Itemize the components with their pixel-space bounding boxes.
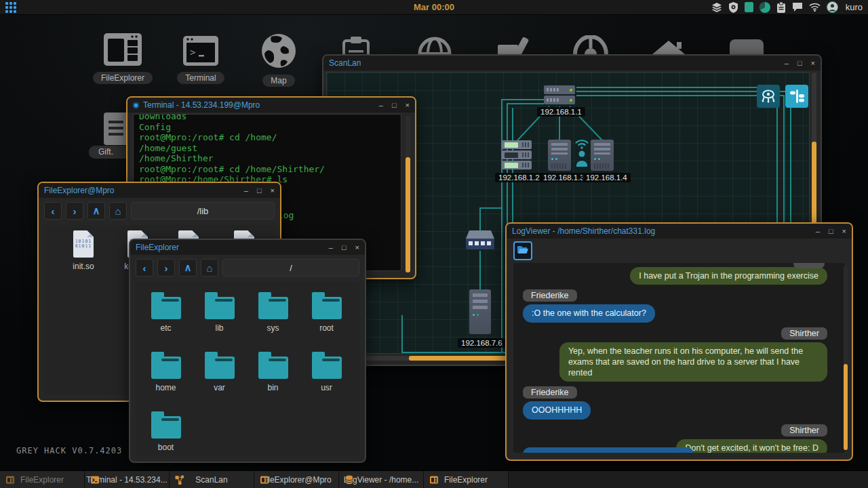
logviewer-scroll-thumb[interactable]: [844, 364, 848, 450]
network-node-switch[interactable]: [466, 230, 494, 251]
network-node-server[interactable]: [469, 289, 491, 334]
window-title: LogViewer - /home/Shirther/chat331.log: [512, 226, 655, 236]
home-button[interactable]: ⌂: [109, 202, 127, 220]
terminal-line: Config: [139, 122, 395, 133]
desktop: Mar 00:00 kuro FileExplorer > Terminal M…: [0, 0, 868, 488]
open-file-button[interactable]: [513, 241, 532, 260]
network-node-desktop[interactable]: [548, 140, 571, 171]
minimize-icon[interactable]: –: [379, 98, 383, 113]
folder-item[interactable]: home: [139, 350, 193, 409]
network-node-desktop[interactable]: [591, 140, 614, 171]
folder-item[interactable]: root: [300, 290, 353, 350]
binary-file-icon: 1010101011: [73, 230, 94, 258]
terminal-scroll-thumb[interactable]: [406, 157, 410, 272]
node-ip-label: 192.168.1.1: [537, 107, 585, 117]
forward-button[interactable]: ›: [157, 259, 175, 277]
network-node-router[interactable]: [544, 96, 575, 104]
folder-item[interactable]: boot: [139, 409, 193, 456]
up-button[interactable]: ∧: [87, 202, 105, 220]
folder-item[interactable]: etc: [139, 290, 193, 350]
folder-icon: [258, 297, 288, 319]
close-icon[interactable]: ×: [406, 98, 410, 113]
cpu-pie-icon[interactable]: [760, 2, 770, 13]
fileexplorer-mpro-toolbar: ‹ › ∧ ⌂ /lib: [44, 201, 275, 221]
logviewer-titlebar[interactable]: LogViewer - /home/Shirther/chat331.log –…: [507, 224, 852, 239]
back-button[interactable]: ‹: [136, 259, 153, 277]
scanlan-icon: [175, 475, 184, 487]
chat-bubble-row: Yep, when the teacher runs it on his com…: [523, 342, 827, 382]
back-button[interactable]: ‹: [44, 202, 62, 220]
desktop-icon-label: Map: [262, 75, 294, 87]
wifi-icon[interactable]: [809, 3, 821, 12]
fileexplorer-toolbar: ‹ › ∧ ⌂ /: [136, 258, 359, 278]
minimize-icon[interactable]: –: [329, 240, 333, 255]
maximize-icon[interactable]: □: [392, 98, 397, 113]
filter-tool-button[interactable]: [785, 85, 808, 108]
desktop-icon-terminal[interactable]: > Terminal: [172, 34, 229, 84]
folder-name: sys: [267, 323, 279, 333]
up-button[interactable]: ∧: [179, 259, 197, 277]
maximize-icon[interactable]: □: [797, 56, 802, 70]
terminal-line: /home/guest: [139, 143, 395, 154]
folder-icon: [312, 297, 342, 319]
taskbar-item[interactable]: LogViewer - /home...: [339, 471, 424, 488]
fileexplorer-mpro-titlebar[interactable]: FileExplorer@Mpro – □ ×: [39, 183, 280, 198]
globe-icon: [259, 31, 298, 73]
minimize-icon[interactable]: –: [816, 224, 820, 239]
folder-item[interactable]: sys: [246, 290, 300, 350]
network-node-rack[interactable]: [502, 140, 532, 149]
network-node-rack[interactable]: [502, 161, 532, 169]
file-item[interactable]: 1010101011init.so: [63, 230, 104, 271]
svg-text:>: >: [190, 47, 195, 58]
folder-name: root: [319, 323, 334, 333]
scan-tool-button[interactable]: [757, 85, 780, 108]
taskbar-item[interactable]: ScanLan: [170, 471, 254, 488]
close-icon[interactable]: ×: [842, 224, 846, 239]
close-icon[interactable]: ×: [355, 240, 359, 255]
window-title: ScanLan: [329, 58, 361, 68]
layers-icon[interactable]: [711, 2, 722, 13]
close-icon[interactable]: ×: [271, 183, 275, 198]
terminal-titlebar[interactable]: Terminal - 14.53.234.199@Mpro – □ ×: [127, 98, 415, 113]
file-explorer-icon: [102, 31, 144, 70]
folder-item[interactable]: lib: [193, 290, 246, 350]
account-icon[interactable]: [827, 1, 838, 13]
messages-icon[interactable]: [792, 2, 803, 12]
desktop-icon-map[interactable]: Map: [250, 31, 307, 87]
top-bar: Mar 00:00 kuro: [0, 0, 868, 15]
taskbar-item[interactable]: Terminal - 14.53.234...: [85, 471, 170, 488]
network-node-router[interactable]: [544, 85, 575, 94]
folder-item[interactable]: usr: [300, 350, 353, 409]
chat-sender-label: Shirther: [781, 327, 827, 340]
chat-log-scroll[interactable]: I have put a Trojan in the programming e…: [513, 263, 845, 453]
logged-user-icon: [576, 150, 588, 169]
chat-sender-label: Shirther: [781, 424, 827, 436]
clipboard-icon[interactable]: [776, 2, 786, 13]
terminal-line: root@Mpro:/root# cd /home/: [139, 132, 395, 143]
shield-icon[interactable]: [728, 2, 738, 13]
maximize-icon[interactable]: □: [829, 224, 833, 239]
home-button[interactable]: ⌂: [201, 259, 218, 277]
scanlan-titlebar[interactable]: ScanLan – □ ×: [323, 56, 821, 70]
taskbar-item-label: FileExplorer: [20, 475, 64, 485]
taskbar-item[interactable]: FileExplorer: [0, 471, 85, 488]
memory-icon[interactable]: [745, 2, 753, 12]
folder-item[interactable]: var: [193, 350, 246, 409]
address-bar[interactable]: /lib: [131, 202, 275, 220]
username[interactable]: kuro: [846, 2, 863, 12]
address-bar[interactable]: /: [222, 259, 359, 277]
minimize-icon[interactable]: –: [785, 56, 789, 70]
network-node-rack[interactable]: [502, 150, 532, 159]
maximize-icon[interactable]: □: [257, 183, 262, 198]
forward-button[interactable]: ›: [66, 202, 83, 220]
chat-message-bubble: :O the one with the calculator?: [523, 304, 655, 322]
taskbar-item[interactable]: FileExplorer@Mpro: [254, 471, 339, 488]
maximize-icon[interactable]: □: [342, 240, 347, 255]
taskbar-item-label: FileExplorer: [444, 475, 488, 485]
minimize-icon[interactable]: –: [244, 183, 248, 198]
fileexplorer-titlebar[interactable]: FileExplorer – □ ×: [130, 240, 365, 255]
close-icon[interactable]: ×: [811, 56, 815, 70]
taskbar-item[interactable]: FileExplorer: [424, 471, 509, 488]
desktop-icon-fileexplorer[interactable]: FileExplorer: [94, 31, 151, 84]
folder-item[interactable]: bin: [246, 350, 300, 409]
